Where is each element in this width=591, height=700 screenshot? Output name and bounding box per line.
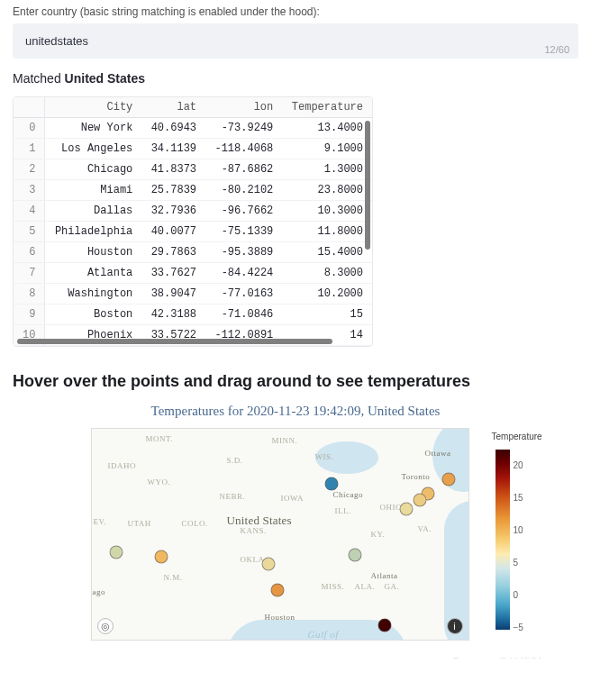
cell: -95.3889 [205,242,282,263]
map-label-state: WIS. [315,452,334,461]
legend-tick: −5 [514,623,523,632]
map-label-city: ago [93,587,106,596]
table-row[interactable]: 1Los Angeles34.1139-118.40689.1000 [14,139,372,159]
char-count: 12/60 [544,44,569,55]
dataframe-table: CitylatlonTemperature 0New York40.6943-7… [14,97,372,346]
data-point[interactable] [154,550,168,563]
table-row[interactable]: 3Miami25.7839-80.210223.8000 [14,180,372,201]
table-row[interactable]: 9Boston42.3188-71.084615 [14,305,372,325]
cell: -80.2102 [205,180,282,201]
matched-country: United States [65,71,145,86]
cell: 8.3000 [282,263,372,284]
data-point[interactable] [325,477,339,490]
cell: 0 [14,118,45,139]
cell: Boston [45,305,141,325]
cell: Miami [45,180,141,201]
data-point[interactable] [348,549,361,562]
cell: 9 [14,305,45,325]
country-input-wrap: 12/60 [13,23,578,59]
cell: 1.3000 [282,159,372,180]
map-label-state: ALA. [355,582,376,591]
map-label-state: KY. [371,530,386,539]
cell: 15.4000 [282,242,372,263]
cell: Los Angeles [45,139,141,159]
cell: 10.3000 [282,201,372,222]
wechat-icon: ✶ [450,658,462,659]
table-row[interactable]: 6Houston29.7863-95.388915.4000 [14,242,372,263]
cell: Philadelphia [45,222,141,242]
map-label-state: UTAH [128,519,151,528]
table-row[interactable]: 4Dallas32.7936-96.766210.3000 [14,201,372,222]
cell: 10.2000 [282,284,372,305]
map-chart[interactable]: MONT. MINN. IDAHO S.D. WIS. WYO. NEBR. I… [37,428,555,653]
map-label-water: Gulf of [308,629,339,640]
data-point[interactable] [110,545,123,559]
cell: 8 [14,284,45,305]
table-row[interactable]: 2Chicago41.8373-87.68621.3000 [14,159,372,180]
map-label-state: MISS. [322,582,345,591]
map-label-state: N.M. [164,573,183,582]
column-header: lat [141,97,205,118]
map-canvas[interactable]: MONT. MINN. IDAHO S.D. WIS. WYO. NEBR. I… [91,428,469,641]
cell: 11.8000 [282,222,372,242]
map-label-state: MONT. [146,434,174,443]
cell: Washington [45,284,141,305]
table-row[interactable]: 5Philadelphia40.0077-75.133911.8000 [14,222,372,242]
cell: Chicago [45,159,141,180]
vertical-scrollbar[interactable] [365,121,370,342]
cell: 34.1139 [141,139,205,159]
cell: 9.1000 [282,139,372,159]
dataframe[interactable]: CitylatlonTemperature 0New York40.6943-7… [13,96,373,347]
cell: 5 [14,222,45,242]
map-label-state: S.D. [227,456,243,465]
watermark: ✶ python风控模型 [450,656,541,659]
map-label-state: COLO. [182,519,208,528]
cell: 2 [14,159,45,180]
map-label-city: Atlanta [371,571,398,580]
country-input[interactable] [25,34,566,48]
map-label-state: WYO. [148,477,171,486]
legend-tick: 15 [514,493,523,503]
matched-result: Matched United States [13,71,578,86]
cell: 25.7839 [141,180,205,201]
table-row[interactable]: 7Atlanta33.7627-84.42248.3000 [14,263,372,284]
bokeh-logo-icon[interactable]: ◎ [97,618,114,634]
map-label-country: United States [227,514,292,528]
data-point[interactable] [377,619,391,632]
data-point[interactable] [400,503,414,516]
scroll-thumb[interactable] [365,121,370,250]
horizontal-scrollbar[interactable] [17,339,359,344]
info-icon[interactable]: i [447,618,463,634]
input-label: Enter country (basic string matching is … [13,5,578,18]
cell: 4 [14,201,45,222]
cell: -77.0163 [205,284,282,305]
cell: 1 [14,139,45,159]
column-header: Temperature [282,97,372,118]
data-point[interactable] [271,584,285,597]
cell: -75.1339 [205,222,282,242]
cell: 7 [14,263,45,284]
cell: -71.0846 [205,305,282,325]
cell: 41.8373 [141,159,205,180]
cell: 3 [14,180,45,201]
cell: 23.8000 [282,180,372,201]
table-row[interactable]: 8Washington38.9047-77.016310.2000 [14,284,372,305]
map-label-state: NEBR. [220,492,246,501]
cell: -87.6862 [205,159,282,180]
chart-title: Temperatures for 2020-11-23 19:42:09, Un… [13,404,578,419]
map-label-city: Houston [265,613,296,622]
data-point[interactable] [414,493,427,506]
map-label-state: GA. [385,582,400,591]
data-point[interactable] [261,557,275,570]
table-row[interactable]: 0New York40.6943-73.924913.4000 [14,118,372,139]
map-label-state: MINN. [272,436,298,445]
data-point[interactable] [441,472,455,486]
map-label-city: Ottawa [425,449,451,458]
map-label-state: VA. [418,524,432,533]
cell: 42.3188 [141,305,205,325]
legend-tick: 5 [514,558,519,568]
cell: 40.6943 [141,118,205,139]
hscroll-thumb[interactable] [17,339,332,344]
cell: -73.9249 [205,118,282,139]
cell: New York [45,118,141,139]
